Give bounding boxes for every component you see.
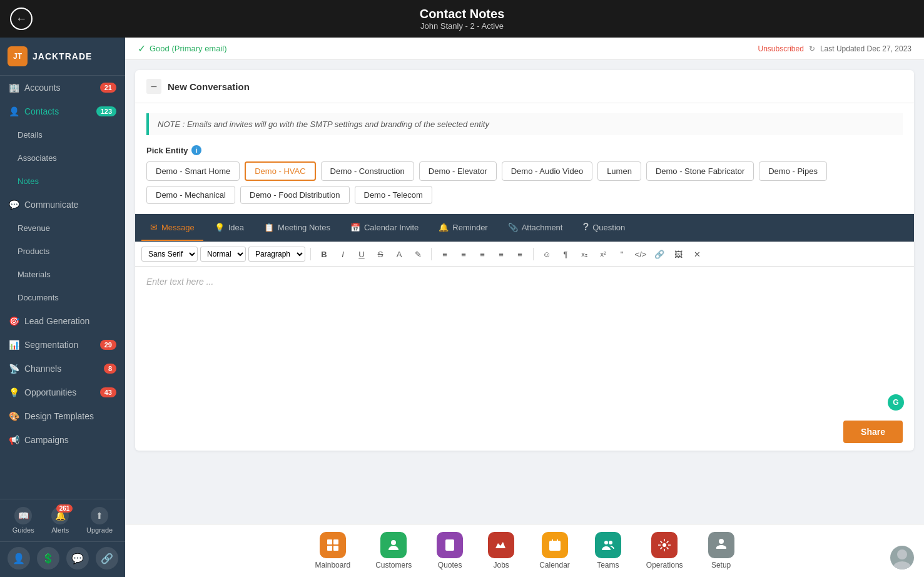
tab-reminder[interactable]: 🔔 Reminder <box>430 215 496 241</box>
idea-tab-label: Idea <box>228 223 244 232</box>
align-right-button[interactable]: ≡ <box>512 246 528 262</box>
blockquote-button[interactable]: " <box>614 246 630 262</box>
bottom-chat-icon[interactable]: 💬 <box>66 547 89 569</box>
notes-label: Notes <box>18 176 39 186</box>
entity-btn-lumen[interactable]: Lumen <box>597 161 641 181</box>
sidebar-item-products[interactable]: Products <box>0 240 125 263</box>
bottom-user-icon[interactable]: 👤 <box>8 547 30 569</box>
sidebar-item-opportunities[interactable]: 💡 Opportunities 43 <box>0 380 125 404</box>
bottom-nav-customers[interactable]: Customers <box>363 528 424 573</box>
entity-buttons-group: Demo - Smart Home Demo - HVAC Demo - Con… <box>135 161 914 214</box>
entity-info-icon[interactable]: i <box>191 145 201 155</box>
share-button[interactable]: Share <box>843 421 903 443</box>
jobs-label: Jobs <box>493 561 509 569</box>
bold-button[interactable]: B <box>316 246 332 262</box>
email-status-text: Good (Primary email) <box>150 44 227 53</box>
tab-calendar-invite[interactable]: 📅 Calendar Invite <box>342 215 427 241</box>
link-button[interactable]: 🔗 <box>651 246 668 262</box>
contacts-icon: 👤 <box>9 106 19 116</box>
jobs-icon <box>488 532 514 558</box>
refresh-icon[interactable]: ↻ <box>809 44 815 53</box>
ordered-list-button[interactable]: ≡ <box>437 246 453 262</box>
bottom-nav-calendar[interactable]: Calendar <box>527 528 582 573</box>
bottom-nav-setup[interactable]: Setup <box>696 528 747 573</box>
bottom-dollar-icon[interactable]: 💲 <box>37 547 59 569</box>
bottom-nav-quotes[interactable]: Quotes <box>424 528 475 573</box>
sidebar-item-lead-generation[interactable]: 🎯 Lead Generation <box>0 309 125 333</box>
entity-btn-audio-video[interactable]: Demo - Audio Video <box>502 161 592 181</box>
sidebar-item-design-templates[interactable]: 🎨 Design Templates <box>0 404 125 428</box>
question-tab-icon: ? <box>582 222 589 233</box>
entity-btn-food-distribution[interactable]: Demo - Food Distribution <box>240 186 350 204</box>
avatar[interactable] <box>890 546 914 569</box>
emoji-button[interactable]: ☺ <box>539 246 555 262</box>
bottom-link-icon[interactable]: 🔗 <box>96 547 118 569</box>
opportunities-label: Opportunities <box>24 387 76 397</box>
bottom-nav-jobs[interactable]: Jobs <box>475 528 527 573</box>
align-center-button[interactable]: ≡ <box>493 246 509 262</box>
tab-question[interactable]: ? Question <box>574 214 634 242</box>
sidebar-item-revenue[interactable]: Revenue <box>0 217 125 240</box>
communicate-icon: 💬 <box>9 200 19 210</box>
paragraph-select[interactable]: Paragraph <box>248 247 305 262</box>
unsubscribed-label: Unsubscribed <box>758 44 804 53</box>
entity-btn-smart-home[interactable]: Demo - Smart Home <box>146 161 240 181</box>
unordered-list-button[interactable]: ≡ <box>455 246 472 262</box>
minimize-icon[interactable]: – <box>146 79 161 94</box>
tab-attachment[interactable]: 📎 Attachment <box>499 215 572 241</box>
back-button[interactable]: ← <box>10 8 33 30</box>
bottom-nav-operations[interactable]: Operations <box>634 528 696 573</box>
sidebar-item-associates[interactable]: Associates <box>0 146 125 170</box>
bottom-nav-mainboard[interactable]: Mainboard <box>302 528 363 573</box>
entity-btn-construction[interactable]: Demo - Construction <box>321 161 414 181</box>
code-button[interactable]: </> <box>632 246 649 262</box>
sidebar-item-notes[interactable]: Notes <box>0 170 125 193</box>
italic-button[interactable]: I <box>335 246 351 262</box>
sidebar-guides[interactable]: 📖 Guides <box>13 507 34 534</box>
calendar-invite-tab-label: Calendar Invite <box>364 223 419 232</box>
bottom-nav-teams[interactable]: Teams <box>582 528 634 573</box>
sidebar-item-communicate[interactable]: 💬 Communicate <box>0 193 125 217</box>
clear-format-button[interactable]: ✕ <box>689 246 705 262</box>
editor-area[interactable]: Enter text here ... <box>135 267 914 392</box>
highlight-button[interactable]: ✎ <box>410 246 426 262</box>
superscript-button[interactable]: x² <box>595 246 611 262</box>
svg-rect-9 <box>549 541 561 551</box>
sidebar-item-campaigns[interactable]: 📢 Campaigns <box>0 428 125 452</box>
segmentation-icon: 📊 <box>9 340 19 350</box>
grammarly-icon: G <box>888 394 904 411</box>
sidebar-item-accounts[interactable]: 🏢 Accounts 21 <box>0 76 125 100</box>
tab-meeting-notes[interactable]: 📋 Meeting Notes <box>255 215 339 241</box>
entity-btn-hvac[interactable]: Demo - HVAC <box>245 161 315 181</box>
message-tab-label: Message <box>161 223 195 232</box>
sidebar-item-details[interactable]: Details <box>0 123 125 146</box>
strikethrough-button[interactable]: S <box>372 246 388 262</box>
font-size-select[interactable]: Normal <box>200 247 246 262</box>
color-button[interactable]: A <box>391 246 407 262</box>
tab-message[interactable]: ✉ Message <box>141 215 203 241</box>
entity-btn-telecom[interactable]: Demo - Telecom <box>355 186 432 204</box>
sidebar-item-documents[interactable]: Documents <box>0 286 125 309</box>
customers-icon <box>380 532 407 558</box>
entity-btn-mechanical[interactable]: Demo - Mechanical <box>146 186 235 204</box>
entity-btn-stone-fabricator[interactable]: Demo - Stone Fabricator <box>646 161 754 181</box>
align-left-button[interactable]: ≡ <box>474 246 490 262</box>
bottom-nav: Mainboard Customers Quotes Jobs <box>125 524 924 577</box>
sidebar-item-segmentation[interactable]: 📊 Segmentation 29 <box>0 333 125 357</box>
font-family-select[interactable]: Sans Serif <box>141 247 198 262</box>
entity-btn-elevator[interactable]: Demo - Elevator <box>419 161 497 181</box>
update-info: Unsubscribed ↻ Last Updated Dec 27, 2023 <box>758 44 911 53</box>
entity-btn-pipes[interactable]: Demo - Pipes <box>759 161 827 181</box>
sidebar-item-contacts[interactable]: 👤 Contacts 123 <box>0 100 125 123</box>
underline-button[interactable]: U <box>353 246 370 262</box>
sidebar-upgrade[interactable]: ⬆ Upgrade <box>86 507 113 534</box>
image-button[interactable]: 🖼 <box>670 246 686 262</box>
sidebar-item-materials[interactable]: Materials <box>0 263 125 286</box>
sidebar-alerts[interactable]: 🔔 261 Alerts <box>51 507 69 534</box>
subscript-button[interactable]: x₂ <box>576 246 592 262</box>
pick-entity-label: Pick Entity <box>146 146 188 155</box>
sidebar-item-channels[interactable]: 📡 Channels 8 <box>0 357 125 380</box>
message-tab-icon: ✉ <box>150 222 158 232</box>
tab-idea[interactable]: 💡 Idea <box>206 215 253 241</box>
paragraph-mark-button[interactable]: ¶ <box>557 246 574 262</box>
